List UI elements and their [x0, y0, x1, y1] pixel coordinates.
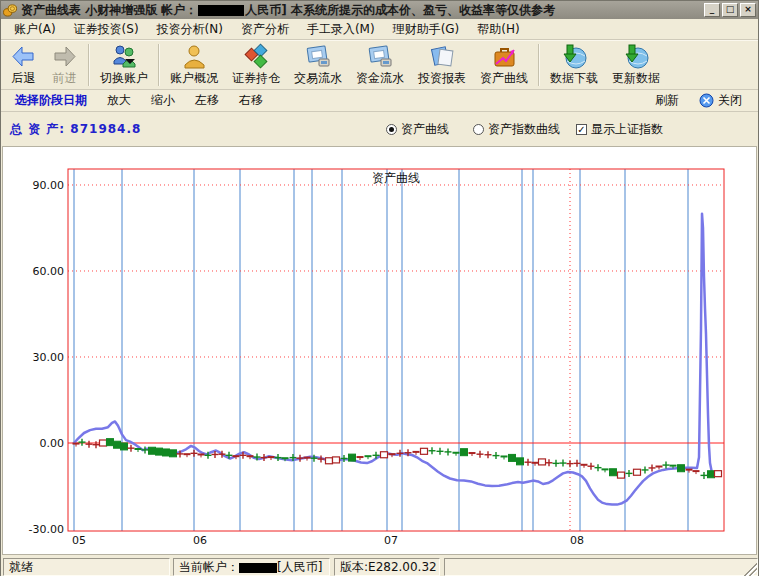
status-extra [444, 558, 758, 576]
menu-item-2[interactable]: 投资分析(N) [148, 19, 232, 40]
shanghai-index-curve [74, 214, 714, 505]
y-axis-tick-label: 60.00 [33, 265, 65, 278]
toolbar-separator [88, 44, 90, 86]
toolbar-button-5[interactable]: 账户概况 [163, 42, 225, 88]
asset-curve-chart-panel: 90.0060.0030.000.00-30.00资产曲线05060708 [2, 146, 757, 555]
toolbar-button-label: 切换账户 [100, 70, 148, 87]
globe-download-icon [561, 43, 588, 70]
checkbox-icon[interactable]: ✓ [576, 124, 587, 135]
x-axis-tick-label: 05 [72, 534, 86, 547]
folder-image-icon [367, 43, 394, 70]
asset-marker-open-box [634, 469, 641, 475]
y-axis-tick-label: 30.00 [33, 351, 65, 364]
toolbar-separator [158, 44, 160, 86]
chart-toolbar-item-3[interactable]: 左移 [185, 90, 229, 111]
asset-marker-filled-box [107, 439, 114, 446]
toolbar-button-10[interactable]: 资产曲线 [473, 42, 535, 88]
asset-marker-filled-box [163, 449, 170, 456]
toolbar-button-label: 投资报表 [418, 70, 466, 87]
folder-image-icon [305, 43, 332, 70]
toolbar-separator [538, 44, 540, 86]
toolbar-button-12[interactable]: 数据下载 [543, 42, 605, 88]
statusbar: 就绪 当前帐户：[人民币] 版本:E282.00.32 [1, 555, 758, 576]
chart-toolbar-item-2[interactable]: 缩小 [141, 90, 185, 111]
chart-title: 资产曲线 [372, 171, 420, 185]
globe-download-icon [623, 43, 650, 70]
toolbar-button-0[interactable]: 后退 [3, 42, 44, 88]
menu-item-3[interactable]: 资产分析 [232, 19, 298, 40]
toolbar-button-8[interactable]: 资金流水 [349, 42, 411, 88]
toolbar-button-label: 前进 [53, 70, 77, 87]
toolbar-button-label: 资产曲线 [480, 70, 528, 87]
asset-marker-filled-box [121, 443, 128, 450]
blue-ball-close-icon [699, 93, 714, 108]
button-label: 刷新 [655, 92, 679, 109]
toolbar-button-7[interactable]: 交易流水 [287, 42, 349, 88]
y-axis-tick-label: -30.00 [29, 523, 64, 536]
cubes-icon [243, 43, 270, 70]
radio-asset-index-curve[interactable]: 资产指数曲线 [473, 121, 560, 138]
checkbox-show-shanghai-index[interactable]: ✓ 显示上证指数 [576, 121, 663, 138]
chart-toolbar: 选择阶段日期放大缩小左移右移刷新关闭 [1, 89, 758, 112]
refresh-button[interactable]: 刷新 [645, 90, 689, 111]
window-title: 资产曲线表 小财神增强版 帐户：人民币] 本系统所提示的成本价、盈亏、收益率等仅… [21, 1, 700, 19]
toolbar: 后退前进切换账户账户概况证券持仓交易流水资金流水投资报表资产曲线数据下载更新数据 [1, 41, 758, 89]
radio-icon[interactable] [473, 124, 484, 135]
button-label: 关闭 [718, 92, 742, 109]
asset-curve-chart[interactable]: 90.0060.0030.000.00-30.00资产曲线05060708 [3, 147, 758, 554]
asset-marker-filled-box [708, 471, 715, 478]
toolbar-button-6[interactable]: 证券持仓 [225, 42, 287, 88]
chart-toolbar-item-0[interactable]: 选择阶段日期 [7, 90, 97, 111]
arrow-left-icon [10, 43, 37, 70]
asset-marker-open-box [333, 457, 340, 463]
menubar: 账户(A)证券投资(S)投资分析(N)资产分析手工录入(M)理财助手(G)帮助(… [1, 19, 758, 39]
asset-marker-open-box [326, 458, 333, 464]
toolbar-button-label: 后退 [12, 70, 36, 87]
asset-marker-filled-box [114, 441, 121, 448]
close-button[interactable]: × [740, 3, 756, 17]
chart-toolbar-item-1[interactable]: 放大 [97, 90, 141, 111]
asset-marker-filled-box [170, 450, 177, 457]
arrow-right-icon [51, 43, 78, 70]
asset-marker-open-box [100, 440, 107, 446]
y-axis-tick-label: 0.00 [40, 437, 65, 450]
radio-icon[interactable] [386, 124, 397, 135]
radio-asset-curve[interactable]: 资产曲线 [386, 121, 449, 138]
users-icon [111, 43, 138, 70]
maximize-button[interactable]: □ [722, 3, 738, 17]
status-ready: 就绪 [3, 558, 170, 576]
asset-marker-open-box [381, 452, 388, 458]
y-axis-tick-label: 90.00 [33, 179, 65, 192]
app-window: 资产曲线表 小财神增强版 帐户：人民币] 本系统所提示的成本价、盈亏、收益率等仅… [0, 0, 759, 576]
toolbar-button-label: 更新数据 [612, 70, 660, 87]
menu-item-6[interactable]: 帮助(H) [468, 19, 528, 40]
menu-item-5[interactable]: 理财助手(G) [384, 19, 469, 40]
menu-item-0[interactable]: 账户(A) [5, 19, 65, 40]
asset-marker-open-box [618, 472, 625, 478]
close-chart-button[interactable]: 关闭 [689, 90, 752, 111]
toolbar-button-9[interactable]: 投资报表 [411, 42, 473, 88]
redacted-account-name [198, 5, 244, 16]
asset-marker-filled-box [610, 469, 617, 476]
toolbar-button-3[interactable]: 切换账户 [93, 42, 155, 88]
briefcase-chart-icon [491, 43, 518, 70]
status-current-account: 当前帐户：[人民币] [173, 558, 330, 576]
toolbar-button-label: 资金流水 [356, 70, 404, 87]
x-axis-tick-label: 08 [570, 534, 584, 547]
chart-toolbar-right: 刷新关闭 [645, 90, 752, 111]
coins-app-icon [3, 3, 18, 17]
person-icon [181, 43, 208, 70]
minimize-button[interactable]: _ [704, 3, 720, 17]
asset-marker-filled-box [678, 465, 685, 472]
asset-marker-filled-box [349, 454, 356, 461]
menu-item-1[interactable]: 证券投资(S) [65, 19, 148, 40]
x-axis-tick-label: 07 [384, 534, 398, 547]
redacted-account-name [239, 563, 277, 573]
asset-marker-open-box [421, 448, 428, 454]
resize-grip[interactable] [744, 563, 757, 576]
report-icon [429, 43, 456, 70]
toolbar-button-13[interactable]: 更新数据 [605, 42, 667, 88]
chart-toolbar-item-4[interactable]: 右移 [229, 90, 273, 111]
total-assets: 总 资 产: 871984.8 [10, 121, 141, 138]
menu-item-4[interactable]: 手工录入(M) [298, 19, 384, 40]
